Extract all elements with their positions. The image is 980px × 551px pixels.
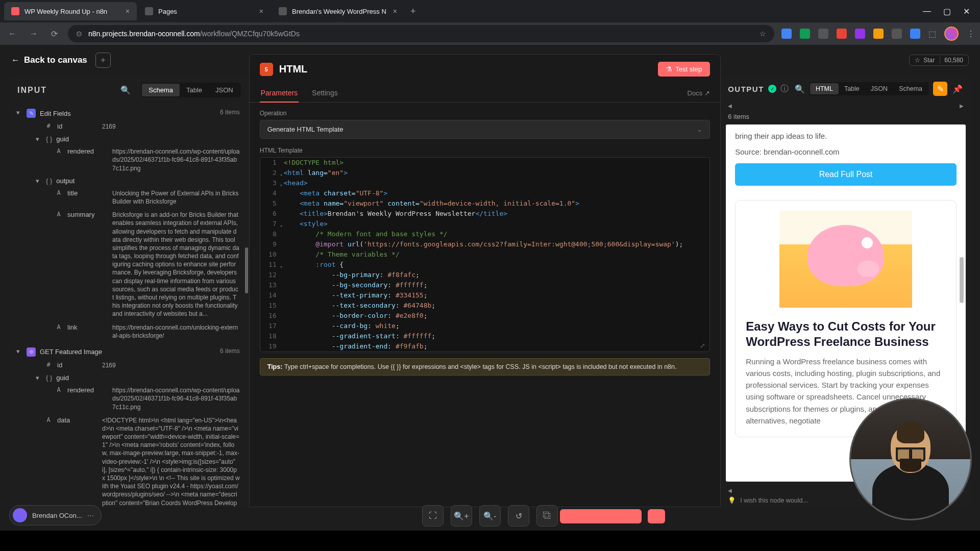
chevron-down-icon[interactable]: ▾ <box>36 374 42 382</box>
bookmark-icon[interactable]: ☆ <box>760 30 766 38</box>
chevron-down-icon: ⌄ <box>697 126 702 133</box>
code-editor[interactable]: 1<!DOCTYPE html> 2▾<html lang="en"> 3▾<h… <box>260 157 710 352</box>
forward-icon[interactable]: → <box>27 27 41 40</box>
preview-text: bring their app ideas to life. <box>735 131 957 142</box>
feedback-input[interactable]: I wish this node would... <box>740 497 808 504</box>
user-pill[interactable]: Brendan OCon... ⋯ <box>9 505 102 525</box>
operation-select[interactable]: Generate HTML Template ⌄ <box>260 120 710 139</box>
new-tab-button[interactable]: + <box>405 6 421 17</box>
success-icon: ✓ <box>768 85 776 93</box>
card-title: Easy Ways to Cut Costs for Your WordPres… <box>746 319 946 349</box>
close-icon[interactable]: × <box>126 7 130 15</box>
card-image <box>779 211 912 308</box>
browser-tab[interactable]: Pages × <box>138 2 271 20</box>
globe-icon: ⊕ <box>27 347 36 357</box>
chevron-down-icon[interactable]: ▾ <box>36 177 42 185</box>
reset-button[interactable]: ↺ <box>508 505 529 527</box>
tab-title: WP Weekly Round Up - n8n <box>24 8 107 15</box>
github-star[interactable]: ☆ Star 60,580 <box>909 55 969 66</box>
browser-tab[interactable]: Brendan's Weekly WordPress N × <box>272 2 404 20</box>
back-icon[interactable]: ← <box>5 27 19 40</box>
extension-icon[interactable] <box>781 29 792 39</box>
info-icon[interactable]: ⓘ <box>780 84 789 94</box>
minimize-icon[interactable]: — <box>923 7 931 16</box>
view-json[interactable]: JSON <box>209 84 240 96</box>
pin-button[interactable]: 📌 <box>951 84 964 94</box>
tab-settings[interactable]: Settings <box>311 84 339 102</box>
tab-title: Brendan's Weekly WordPress N <box>292 8 386 15</box>
extension-icon[interactable] <box>873 29 884 39</box>
close-icon[interactable]: × <box>259 7 263 15</box>
input-tree[interactable]: ▾ ✎Edit Fields 6 items #id2169 ▾{ }guid … <box>9 105 249 507</box>
star-icon: ☆ <box>915 57 920 64</box>
view-html[interactable]: HTML <box>810 83 839 94</box>
search-icon[interactable]: 🔍 <box>120 85 131 95</box>
execute-button[interactable] <box>560 509 642 523</box>
extension-icon[interactable] <box>910 29 920 39</box>
node-editor-panel: 5 HTML ⚗ Test step Parameters Settings D… <box>249 54 721 507</box>
prev-icon[interactable]: ◀ <box>728 488 732 493</box>
next-icon[interactable]: ▶ <box>960 103 964 109</box>
view-schema[interactable]: Schema <box>893 83 928 94</box>
template-label: HTML Template <box>260 147 710 154</box>
extension-icon[interactable] <box>818 29 828 39</box>
chevron-down-icon[interactable]: ▾ <box>36 135 42 143</box>
scrollbar[interactable] <box>245 247 248 293</box>
expand-icon[interactable]: ⤢ <box>700 342 705 349</box>
windows-taskbar[interactable] <box>0 531 980 551</box>
read-post-button[interactable]: Read Full Post <box>735 163 957 186</box>
close-icon[interactable]: × <box>393 7 397 15</box>
pencil-icon: ✎ <box>937 84 944 94</box>
extension-icon[interactable] <box>800 29 810 39</box>
edit-button[interactable]: ✎ <box>933 82 947 96</box>
node-icon: ✎ <box>27 109 36 118</box>
chevron-left-icon: ← <box>11 55 20 65</box>
back-to-canvas-button[interactable]: ← Back to canvas <box>11 55 87 65</box>
maximize-icon[interactable]: ▢ <box>943 7 951 16</box>
address-bar[interactable]: ⊙ n8n.projects.brendan-oconnell.com/work… <box>68 25 774 42</box>
extension-icon[interactable] <box>855 29 865 39</box>
docs-link[interactable]: Docs↗ <box>688 84 710 102</box>
view-json[interactable]: JSON <box>865 83 893 94</box>
tab-favicon <box>11 7 19 15</box>
tab-favicon <box>145 7 153 15</box>
add-node-button[interactable]: + <box>95 53 111 68</box>
fit-view-button[interactable]: ⛶ <box>422 505 444 527</box>
extensions-menu-icon[interactable]: ⬚ <box>928 29 936 39</box>
chevron-down-icon[interactable]: ▾ <box>16 347 22 355</box>
webcam-bubble[interactable] <box>849 398 972 520</box>
url-bar: ← → ⟳ ⊙ n8n.projects.brendan-oconnell.co… <box>0 22 980 45</box>
preview-source: Source: brendan-oconnell.com <box>735 147 957 156</box>
user-avatar <box>13 508 27 522</box>
close-window-icon[interactable]: ✕ <box>963 7 970 16</box>
tab-parameters[interactable]: Parameters <box>260 84 299 102</box>
operation-label: Operation <box>260 110 710 117</box>
zoom-in-button[interactable]: 🔍+ <box>451 505 472 527</box>
chevron-down-icon[interactable]: ▾ <box>16 109 22 116</box>
extension-icon[interactable] <box>892 29 902 39</box>
menu-icon[interactable]: ⋮ <box>967 29 975 39</box>
external-link-icon: ↗ <box>704 89 710 97</box>
browser-tab[interactable]: WP Weekly Round Up - n8n × <box>4 2 137 20</box>
more-icon[interactable]: ⋯ <box>87 512 94 519</box>
view-table[interactable]: Table <box>180 84 209 96</box>
reload-icon[interactable]: ⟳ <box>48 27 61 41</box>
item-count: 6 items <box>721 109 971 124</box>
scrollbar[interactable] <box>960 257 964 303</box>
site-info-icon[interactable]: ⊙ <box>76 30 82 38</box>
prev-icon[interactable]: ◀ <box>728 103 732 109</box>
input-title: INPUT <box>17 86 47 95</box>
view-schema[interactable]: Schema <box>142 84 180 96</box>
view-table[interactable]: Table <box>839 83 865 94</box>
execute-options-button[interactable] <box>648 509 665 523</box>
profile-avatar[interactable] <box>944 27 959 41</box>
input-panel: INPUT 🔍 Schema Table JSON ▾ ✎Edit Fields… <box>9 76 249 507</box>
zoom-out-button[interactable]: 🔍- <box>479 505 501 527</box>
back-label: Back to canvas <box>24 55 87 65</box>
tab-favicon <box>279 7 287 15</box>
extension-icon[interactable] <box>837 29 847 39</box>
tidy-button[interactable]: ⿻ <box>536 505 558 527</box>
tab-title: Pages <box>158 8 177 15</box>
tab-bar: WP Weekly Round Up - n8n × Pages × Brend… <box>0 0 980 22</box>
search-icon[interactable]: 🔍 <box>795 84 805 94</box>
